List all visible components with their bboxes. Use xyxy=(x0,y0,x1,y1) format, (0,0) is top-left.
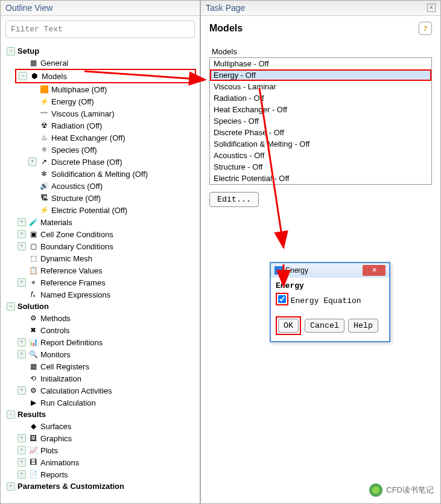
collapse-icon[interactable]: − xyxy=(7,302,15,311)
list-item[interactable]: Structure - Off xyxy=(210,161,431,173)
list-item-energy[interactable]: Energy - Off xyxy=(210,69,431,81)
plots-icon: 📈 xyxy=(28,445,38,455)
outline-panel: Outline View −Setup ▦General −⬢Models 🟧M… xyxy=(0,0,200,504)
dialog-close-icon[interactable]: ✕ xyxy=(363,265,385,276)
collapse-icon[interactable]: − xyxy=(7,410,15,419)
list-item[interactable]: Heat Exchanger - Off xyxy=(210,104,431,115)
list-item[interactable]: Multiphase - Off xyxy=(210,58,431,69)
expand-icon[interactable]: + xyxy=(17,458,26,467)
tree-general[interactable]: ▦General xyxy=(2,57,198,69)
tree-initialization[interactable]: ⟲Initialization xyxy=(2,372,198,384)
edit-button[interactable]: Edit... xyxy=(209,192,259,207)
list-item[interactable]: Acoustics - Off xyxy=(210,150,431,161)
tree-monitors[interactable]: +🔍Monitors xyxy=(2,348,198,360)
tree-solution[interactable]: −Solution xyxy=(2,301,198,312)
tree-results[interactable]: −Results xyxy=(2,409,198,420)
tree-report-def[interactable]: +📊Report Definitions xyxy=(2,336,198,348)
tree-acoustics[interactable]: 🔊Acoustics (Off) xyxy=(2,180,198,192)
expand-icon[interactable]: + xyxy=(17,446,26,455)
tree-plots[interactable]: +📈Plots xyxy=(2,444,198,456)
heat-icon: ♨ xyxy=(39,133,49,142)
tree-discrete-phase[interactable]: +↗Discrete Phase (Off) xyxy=(2,156,198,168)
tree-surfaces[interactable]: ◆Surfaces xyxy=(2,420,198,432)
cellzone-icon: ▣ xyxy=(28,229,38,239)
tree-dynamic-mesh[interactable]: ⬚Dynamic Mesh xyxy=(2,252,198,264)
tree-ref-frames[interactable]: +⌖Reference Frames xyxy=(2,276,198,289)
tree-methods[interactable]: ⚙Methods xyxy=(2,312,198,324)
tree-species[interactable]: ⚛Species (Off) xyxy=(2,144,198,156)
expand-icon[interactable]: + xyxy=(17,278,26,287)
cancel-button[interactable]: Cancel xyxy=(305,319,344,333)
tree-cell-registers[interactable]: ▦Cell Registers xyxy=(2,360,198,372)
radiation-icon: ☢ xyxy=(39,121,49,130)
expand-icon[interactable]: + xyxy=(28,158,37,166)
expand-icon[interactable]: + xyxy=(17,470,26,479)
species-icon: ⚛ xyxy=(39,145,49,155)
tree-ref-values[interactable]: 📋Reference Values xyxy=(2,264,198,276)
expand-icon[interactable]: + xyxy=(17,386,26,395)
reportdef-icon: 📊 xyxy=(28,337,38,347)
tree-graphics[interactable]: +🖼Graphics xyxy=(2,432,198,444)
graphics-icon: 🖼 xyxy=(28,433,38,443)
tree-energy[interactable]: ⚡Energy (Off) xyxy=(2,95,198,107)
refval-icon: 📋 xyxy=(28,266,38,275)
collapse-icon[interactable]: − xyxy=(19,72,27,80)
list-item[interactable]: Discrete Phase - Off xyxy=(210,127,431,138)
expand-icon[interactable]: + xyxy=(17,230,26,238)
close-icon[interactable]: × xyxy=(427,4,436,12)
tree-boundary[interactable]: +▢Boundary Conditions xyxy=(2,240,198,252)
run-icon: ▶ xyxy=(28,398,38,407)
tree-reports[interactable]: +📄Reports xyxy=(2,468,198,480)
tree-structure[interactable]: 🏗Structure (Off) xyxy=(2,192,198,204)
tree-multiphase[interactable]: 🟧Multiphase (Off) xyxy=(2,83,198,95)
checkbox-label: Energy Equation xyxy=(291,296,361,305)
list-item[interactable]: Viscous - Laminar xyxy=(210,81,431,92)
materials-icon: 🧪 xyxy=(28,217,38,227)
list-item[interactable]: Species - Off xyxy=(210,115,431,127)
tree-viscous[interactable]: 〰Viscous (Laminar) xyxy=(2,107,198,120)
task-title: Models xyxy=(209,23,243,34)
refframe-icon: ⌖ xyxy=(28,278,38,287)
expand-icon[interactable]: + xyxy=(17,350,26,359)
cellreg-icon: ▦ xyxy=(28,362,38,371)
list-item[interactable]: Radiation - Off xyxy=(210,92,431,104)
expand-icon[interactable]: + xyxy=(17,434,26,442)
help-button[interactable]: ? xyxy=(419,22,432,35)
tree-animations[interactable]: +🎞Animations xyxy=(2,456,198,468)
tree-setup[interactable]: −Setup xyxy=(2,45,198,57)
energy-checkbox-row[interactable] xyxy=(276,293,288,305)
tree-run-calc[interactable]: ▶Run Calculation xyxy=(2,397,198,409)
mesh-icon: ⬚ xyxy=(28,254,38,263)
task-body: Models ? Models Multiphase - Off Energy … xyxy=(201,16,440,213)
tree-parameters[interactable]: +Parameters & Customization xyxy=(2,480,198,492)
outline-tree[interactable]: −Setup ▦General −⬢Models 🟧Multiphase (Of… xyxy=(1,43,200,503)
dialog-help-button[interactable]: Help xyxy=(348,319,378,333)
tree-cell-zone[interactable]: +▣Cell Zone Conditions xyxy=(2,228,198,240)
tree-controls[interactable]: ✖Controls xyxy=(2,324,198,336)
tree-materials[interactable]: +🧪Materials xyxy=(2,216,198,228)
expand-icon[interactable]: + xyxy=(17,338,26,346)
structure-icon: 🏗 xyxy=(39,193,49,203)
tree-radiation[interactable]: ☢Radiation (Off) xyxy=(2,120,198,132)
dialog-titlebar[interactable]: Energy ✕ xyxy=(271,263,389,278)
tree-models[interactable]: −⬢Models xyxy=(16,70,195,82)
collapse-icon[interactable]: − xyxy=(7,47,15,56)
expand-icon[interactable]: + xyxy=(17,218,26,226)
tree-solidification[interactable]: ❄Solidification & Melting (Off) xyxy=(2,168,198,180)
expand-icon[interactable]: + xyxy=(7,482,15,491)
tree-electric[interactable]: ⚡Electric Potential (Off) xyxy=(2,204,198,216)
energy-checkbox[interactable] xyxy=(278,295,286,303)
controls-icon: ✖ xyxy=(28,325,38,335)
expand-icon[interactable]: + xyxy=(17,242,26,250)
tree-calc-activities[interactable]: +⚙Calculation Activities xyxy=(2,384,198,397)
task-header: Task Page × xyxy=(201,1,440,16)
monitors-icon: 🔍 xyxy=(28,349,38,359)
boundary-icon: ▢ xyxy=(28,241,38,251)
list-item[interactable]: Solidification & Melting - Off xyxy=(210,138,431,150)
tree-heat-exchanger[interactable]: ♨Heat Exchanger (Off) xyxy=(2,132,198,144)
filter-input[interactable] xyxy=(5,21,195,38)
tree-named-expr[interactable]: fₓNamed Expressions xyxy=(2,289,198,301)
ok-button[interactable]: OK xyxy=(278,319,299,333)
list-item[interactable]: Electric Potential - Off xyxy=(210,173,431,184)
models-list[interactable]: Multiphase - Off Energy - Off Viscous - … xyxy=(209,57,432,185)
